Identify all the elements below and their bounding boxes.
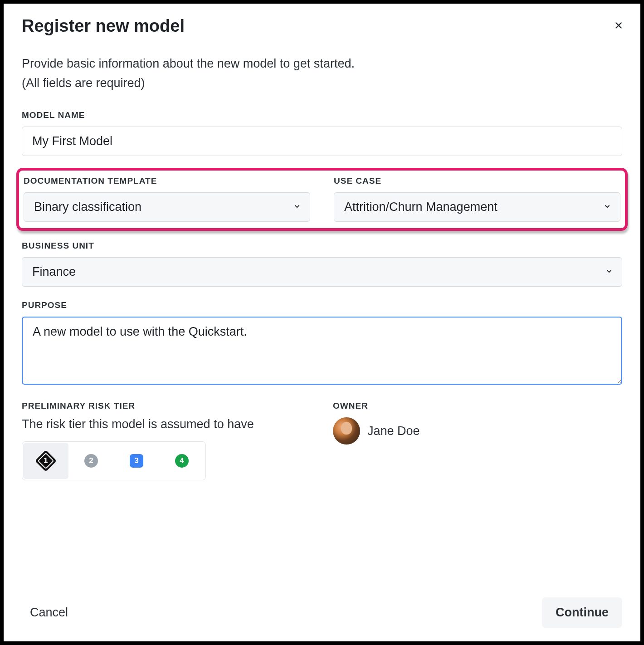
intro-text: Provide basic information about the new … bbox=[22, 54, 622, 93]
modal-header: Register new model bbox=[22, 16, 622, 36]
intro-line-1: Provide basic information about the new … bbox=[22, 54, 622, 73]
tier-2-icon: 2 bbox=[84, 454, 98, 468]
tier-1-icon: 1 bbox=[35, 450, 57, 472]
business-unit-label: BUSINESS UNIT bbox=[22, 241, 622, 251]
modal-footer: Cancel Continue bbox=[22, 586, 622, 628]
risk-tier-label: PRELIMINARY RISK TIER bbox=[22, 401, 311, 411]
risk-tier-2[interactable]: 2 bbox=[68, 443, 114, 479]
use-case-field: USE CASE Attrition/Churn Management bbox=[334, 176, 620, 222]
continue-button[interactable]: Continue bbox=[542, 597, 622, 628]
documentation-template-select[interactable]: Binary classification bbox=[24, 192, 310, 222]
documentation-template-label: DOCUMENTATION TEMPLATE bbox=[24, 176, 310, 186]
owner-section: OWNER Jane Doe bbox=[333, 401, 622, 480]
tier-3-icon: 3 bbox=[130, 454, 143, 468]
bottom-row: PRELIMINARY RISK TIER The risk tier this… bbox=[22, 401, 622, 480]
model-name-input[interactable] bbox=[22, 127, 622, 156]
purpose-label: PURPOSE bbox=[22, 300, 622, 310]
use-case-select[interactable]: Attrition/Churn Management bbox=[334, 192, 620, 222]
intro-line-2: (All fields are required) bbox=[22, 73, 622, 93]
owner-name: Jane Doe bbox=[367, 424, 420, 438]
business-unit-select[interactable]: Finance bbox=[22, 257, 622, 287]
risk-tier-3[interactable]: 3 bbox=[114, 443, 159, 479]
close-button[interactable] bbox=[612, 19, 625, 32]
risk-tier-4[interactable]: 4 bbox=[159, 443, 205, 479]
risk-tier-section: PRELIMINARY RISK TIER The risk tier this… bbox=[22, 401, 311, 480]
owner-label: OWNER bbox=[333, 401, 622, 411]
documentation-template-select-wrap: Binary classification bbox=[24, 192, 310, 222]
use-case-label: USE CASE bbox=[334, 176, 620, 186]
cancel-button[interactable]: Cancel bbox=[22, 599, 76, 626]
model-name-label: MODEL NAME bbox=[22, 110, 622, 120]
tier-4-icon: 4 bbox=[175, 454, 189, 468]
risk-tier-1[interactable]: 1 bbox=[23, 443, 68, 479]
register-model-modal: Register new model Provide basic informa… bbox=[4, 4, 640, 641]
purpose-textarea[interactable] bbox=[22, 317, 622, 385]
close-icon bbox=[614, 20, 624, 30]
risk-tier-bar: 1 2 3 4 bbox=[22, 441, 206, 480]
owner-row: Jane Doe bbox=[333, 417, 622, 445]
use-case-select-wrap: Attrition/Churn Management bbox=[334, 192, 620, 222]
template-usecase-highlight: DOCUMENTATION TEMPLATE Binary classifica… bbox=[16, 168, 628, 231]
modal-title: Register new model bbox=[22, 16, 622, 36]
business-unit-select-wrap: Finance bbox=[22, 257, 622, 287]
risk-tier-subtitle: The risk tier this model is assumed to h… bbox=[22, 417, 311, 431]
owner-avatar bbox=[333, 417, 360, 445]
documentation-template-field: DOCUMENTATION TEMPLATE Binary classifica… bbox=[24, 176, 310, 222]
